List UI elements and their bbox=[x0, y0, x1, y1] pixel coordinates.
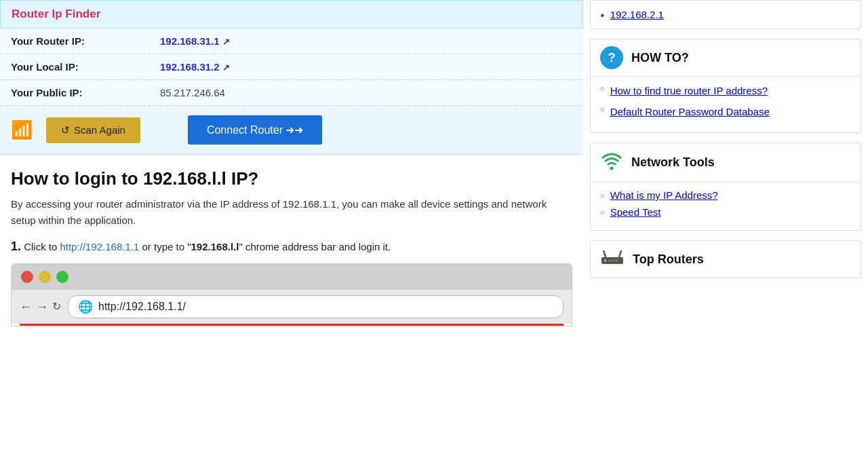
howto-header: ? HOW TO? bbox=[591, 39, 861, 77]
toprouters-card: Top Routers bbox=[590, 240, 861, 278]
step-1-link[interactable]: http://192.168.1.1 bbox=[60, 241, 140, 252]
step-1-suffix: or type to " bbox=[139, 241, 191, 252]
nettools-bullet-2: ○ bbox=[600, 208, 605, 216]
nettools-card: Network Tools ○ What is my IP Address? ○… bbox=[590, 143, 861, 231]
howto-link-1[interactable]: How to find true router IP address? bbox=[610, 83, 768, 98]
globe-icon: 🌐 bbox=[78, 299, 93, 314]
public-ip-value: 85.217.246.64 bbox=[149, 80, 583, 106]
router-header-title: Router Ip Finder bbox=[12, 7, 100, 20]
bullet-icon: ● bbox=[600, 11, 605, 19]
connect-router-label: Connect Router ➜➜ bbox=[207, 124, 304, 136]
step-1-bold: 192.168.l.l bbox=[191, 241, 239, 252]
svg-line-7 bbox=[619, 250, 621, 257]
nettools-bullet-1: ○ bbox=[600, 191, 605, 200]
nettools-link-1-text: What is my IP Address? bbox=[610, 189, 718, 201]
howto-icon-char: ? bbox=[608, 51, 616, 65]
router-ip-row: Your Router IP: 192.168.31.1 ↗ bbox=[0, 29, 583, 54]
svg-line-6 bbox=[604, 250, 606, 257]
toprouters-title: Top Routers bbox=[633, 252, 704, 267]
action-row: 📶 ↺ Scan Again Connect Router ➜➜ bbox=[0, 106, 583, 155]
howto-links: ○ How to find true router IP address? ○ … bbox=[591, 77, 861, 132]
public-ip-label: Your Public IP: bbox=[0, 80, 149, 106]
step-1: 1. Click to http://192.168.1.1 or type t… bbox=[11, 240, 572, 254]
howto-bullet-1: ○ bbox=[600, 83, 605, 94]
router-header: Router Ip Finder bbox=[0, 0, 583, 29]
toprouters-header: Top Routers bbox=[591, 241, 861, 278]
howto-question-icon: ? bbox=[600, 46, 623, 69]
browser-dot-yellow bbox=[39, 271, 51, 283]
local-ip-arrow: ↗ bbox=[222, 62, 230, 73]
url-underline bbox=[20, 324, 564, 326]
url-text: http://192.168.1.1/ bbox=[98, 301, 186, 313]
nettools-link-2-text: Speed Test bbox=[610, 206, 661, 218]
nettools-header: Network Tools bbox=[591, 143, 861, 183]
url-bar[interactable]: 🌐 http://192.168.1.1/ bbox=[68, 295, 564, 318]
nettools-link-item-2: ○ Speed Test bbox=[600, 206, 851, 218]
router-ip-link[interactable]: 192.168.31.1 ↗ bbox=[160, 35, 230, 47]
nettools-link-item-1: ○ What is my IP Address? bbox=[600, 189, 851, 201]
router-ip-value: 192.168.31.1 bbox=[160, 35, 220, 47]
main-column: Router Ip Finder Your Router IP: 192.168… bbox=[0, 0, 583, 454]
prev-ip-value: 192.168.2.1 bbox=[610, 9, 664, 20]
ip-info-table: Your Router IP: 192.168.31.1 ↗ Your Loca… bbox=[0, 29, 583, 106]
prev-ip-item: ● 192.168.2.1 bbox=[600, 6, 851, 23]
local-ip-value: 192.168.31.2 bbox=[160, 61, 220, 73]
local-ip-link[interactable]: 192.168.31.2 ↗ bbox=[160, 61, 230, 73]
article-section: How to login to 192.168.l.l IP? By acces… bbox=[0, 155, 583, 333]
step-1-end: " chrome address bar and login it. bbox=[239, 241, 391, 252]
refresh-icon[interactable]: ↻ bbox=[52, 300, 61, 314]
connect-router-button[interactable]: Connect Router ➜➜ bbox=[188, 115, 323, 145]
prev-ip-list: ● 192.168.2.1 bbox=[591, 1, 861, 29]
local-ip-row: Your Local IP: 192.168.31.2 ↗ bbox=[0, 54, 583, 80]
svg-rect-2 bbox=[604, 259, 606, 262]
nettools-links: ○ What is my IP Address? ○ Speed Test bbox=[591, 183, 861, 230]
nettools-title: Network Tools bbox=[631, 155, 715, 170]
public-ip-row: Your Public IP: 85.217.246.64 bbox=[0, 80, 583, 106]
howto-link-1-text: How to find true router IP address? bbox=[610, 85, 768, 96]
browser-nav-arrows: ← → ↻ bbox=[20, 300, 61, 314]
howto-link-2-text: Default Router Password Database bbox=[610, 106, 770, 117]
local-ip-label: Your Local IP: bbox=[0, 54, 149, 80]
nettools-link-2[interactable]: Speed Test bbox=[610, 206, 661, 218]
howto-title: HOW TO? bbox=[631, 51, 689, 65]
article-heading: How to login to 192.168.l.l IP? bbox=[11, 168, 572, 189]
back-arrow[interactable]: ← bbox=[20, 300, 32, 314]
browser-dot-green bbox=[56, 271, 68, 283]
browser-urlbar-row: ← → ↻ 🌐 http://192.168.1.1/ bbox=[12, 290, 572, 324]
scan-again-label: Scan Again bbox=[74, 124, 125, 136]
browser-dot-red bbox=[21, 271, 33, 283]
wifi-icon: 📶 bbox=[11, 119, 33, 140]
scan-refresh-icon: ↺ bbox=[61, 124, 70, 136]
howto-link-item-2: ○ Default Router Password Database bbox=[600, 105, 851, 119]
step-1-link-text: http://192.168.1.1 bbox=[60, 241, 140, 252]
router-ip-label: Your Router IP: bbox=[0, 29, 149, 54]
svg-point-3 bbox=[609, 260, 611, 262]
prev-ip-link[interactable]: 192.168.2.1 bbox=[610, 9, 664, 20]
nettools-link-1[interactable]: What is my IP Address? bbox=[610, 189, 718, 201]
howto-bullet-2: ○ bbox=[600, 105, 605, 115]
router-ip-arrow: ↗ bbox=[222, 37, 230, 47]
svg-point-0 bbox=[610, 167, 614, 170]
browser-titlebar bbox=[12, 264, 572, 290]
scan-again-button[interactable]: ↺ Scan Again bbox=[46, 117, 140, 143]
howto-card: ? HOW TO? ○ How to find true router IP a… bbox=[590, 39, 861, 133]
svg-point-5 bbox=[616, 260, 618, 262]
prev-ip-card: ● 192.168.2.1 bbox=[590, 0, 861, 29]
wifi-sidebar-icon bbox=[600, 150, 623, 175]
forward-arrow[interactable]: → bbox=[36, 300, 48, 314]
svg-point-4 bbox=[612, 260, 614, 262]
howto-link-item-1: ○ How to find true router IP address? bbox=[600, 83, 851, 98]
article-description: By accessing your router administrator v… bbox=[11, 196, 572, 229]
right-sidebar: ● 192.168.2.1 ? HOW TO? ○ How to find tr… bbox=[583, 0, 868, 454]
step-1-prefix: Click to bbox=[24, 241, 60, 252]
browser-mockup: ← → ↻ 🌐 http://192.168.1.1/ bbox=[11, 263, 572, 326]
router-icon bbox=[600, 248, 625, 271]
step-1-number: 1. bbox=[11, 240, 21, 253]
howto-link-2[interactable]: Default Router Password Database bbox=[610, 105, 770, 119]
